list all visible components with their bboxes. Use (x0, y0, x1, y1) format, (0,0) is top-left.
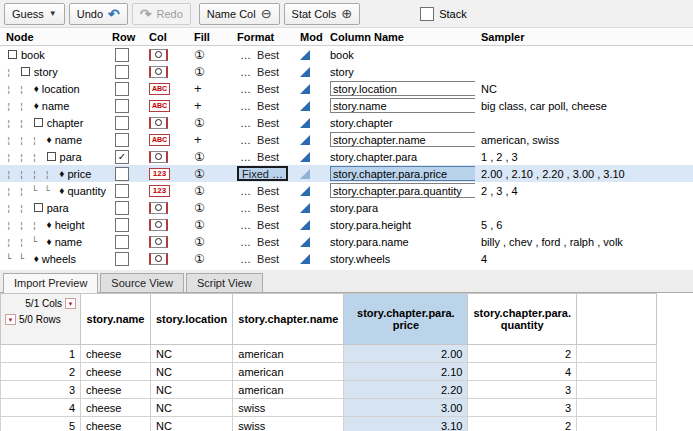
tree-row-story-chapter-para-price[interactable]: ¦ ¦ ¦ ¦ ♦price123①Fixed …2.00 , 2.10 , 2… (0, 165, 693, 182)
row-number[interactable]: 5 (1, 417, 81, 431)
mod-flag-icon[interactable] (300, 50, 310, 60)
numeric-type-icon[interactable]: 123 (149, 168, 170, 180)
tree-row-story-location[interactable]: ¦ ¦ ♦locationABC+… BestNC (0, 80, 693, 97)
column-name-input[interactable] (330, 183, 475, 198)
row-checkbox[interactable]: ✓ (115, 150, 129, 164)
tree-row-story-para-name[interactable]: ¦ ¦ └ ♦name①… Beststory.para.namebilly ,… (0, 233, 693, 250)
container-node-icon[interactable] (8, 50, 17, 59)
fill-once-icon[interactable]: ① (194, 66, 205, 78)
fill-once-icon[interactable]: ① (194, 219, 205, 231)
exclude-column-icon[interactable] (149, 253, 168, 265)
character-type-icon[interactable]: ABC (149, 134, 170, 146)
fill-once-icon[interactable]: ① (194, 236, 205, 248)
preview-col-header-story-name[interactable]: story.name (81, 294, 151, 345)
mod-flag-icon[interactable] (300, 169, 310, 179)
tree-row-story-chapter-name[interactable]: ¦ ¦ ¦ ♦nameABC+… Bestamerican, swiss (0, 131, 693, 148)
stack-checkbox[interactable] (420, 7, 434, 21)
row-checkbox[interactable] (115, 201, 129, 215)
exclude-column-icon[interactable] (149, 66, 168, 78)
row-number[interactable]: 4 (1, 399, 81, 417)
mod-flag-icon[interactable] (300, 118, 310, 128)
format-button[interactable]: … Best (237, 133, 282, 146)
name-col-button[interactable]: Name Col ⊖ (199, 3, 280, 25)
format-button[interactable]: … Best (237, 116, 282, 129)
row-checkbox[interactable] (115, 252, 129, 266)
tree-row-story[interactable]: ¦ story①… Beststory (0, 63, 693, 80)
exclude-column-icon[interactable] (149, 202, 168, 214)
node-cell[interactable]: ¦ ¦ ¦ ¦ ♦price (0, 168, 106, 180)
preview-col-header-story-chapter-para-quantity[interactable]: story.chapter.para.quantity (468, 294, 577, 345)
tab-source-view[interactable]: Source View (100, 273, 184, 292)
preview-col-header-story-chapter-para-price[interactable]: story.chapter.para.price (344, 294, 468, 345)
undo-button[interactable]: Undo ↶ (69, 3, 128, 25)
column-name-input[interactable] (330, 132, 475, 147)
mod-flag-icon[interactable] (300, 101, 310, 111)
column-name-input[interactable] (330, 81, 475, 96)
tree-row-story-name[interactable]: ¦ ¦ ♦nameABC+… Bestbig class, car poll, … (0, 97, 693, 114)
format-button[interactable]: Fixed … (237, 166, 288, 181)
container-node-icon[interactable] (47, 152, 56, 161)
cols-dropdown-icon[interactable]: ▼ (65, 298, 76, 309)
mod-flag-icon[interactable] (300, 135, 310, 145)
node-cell[interactable]: book (0, 49, 106, 61)
mod-flag-icon[interactable] (300, 67, 310, 77)
container-node-icon[interactable] (21, 67, 30, 76)
tree-row-story-para[interactable]: ¦ ¦ para①… Beststory.para (0, 199, 693, 216)
row-checkbox[interactable] (115, 65, 129, 79)
node-cell[interactable]: ¦ ¦ └ ♦name (0, 236, 106, 248)
exclude-column-icon[interactable] (149, 117, 168, 129)
format-button[interactable]: … Best (237, 201, 282, 214)
rows-dropdown-icon[interactable]: ▼ (5, 314, 16, 325)
format-button[interactable]: … Best (237, 99, 282, 112)
preview-corner[interactable]: 5/1 Cols▼▼5/0 Rows (1, 294, 81, 345)
format-button[interactable]: … Best (237, 252, 282, 265)
preview-col-header-story-chapter-name[interactable]: story.chapter.name (233, 294, 344, 345)
node-cell[interactable]: ¦ ¦ chapter (0, 117, 106, 129)
fill-once-icon[interactable]: ① (194, 117, 205, 129)
row-checkbox[interactable] (115, 116, 129, 130)
character-type-icon[interactable]: ABC (149, 83, 170, 95)
mod-flag-icon[interactable] (300, 220, 310, 230)
node-cell[interactable]: ¦ ¦ para (0, 202, 106, 214)
format-button[interactable]: … Best (237, 235, 282, 248)
tab-import-preview[interactable]: Import Preview (3, 273, 98, 293)
mod-flag-icon[interactable] (300, 254, 310, 264)
fill-repeat-icon[interactable]: + (194, 82, 202, 95)
row-checkbox[interactable] (115, 167, 129, 181)
node-cell[interactable]: ¦ ¦ ¦ ♦name (0, 134, 106, 146)
row-number[interactable]: 2 (1, 363, 81, 381)
row-number[interactable]: 3 (1, 381, 81, 399)
tree-row-book[interactable]: book①… Bestbook (0, 46, 693, 63)
fill-repeat-icon[interactable]: + (194, 133, 202, 146)
exclude-column-icon[interactable] (149, 151, 168, 163)
node-cell[interactable]: └ └ ♦wheels (0, 253, 106, 265)
fill-once-icon[interactable]: ① (194, 185, 205, 197)
node-cell[interactable]: ¦ ¦ ¦ ♦height (0, 219, 106, 231)
column-name-input[interactable] (330, 166, 475, 181)
node-cell[interactable]: ¦ ¦ ♦location (0, 83, 106, 95)
fill-once-icon[interactable]: ① (194, 253, 205, 265)
row-checkbox[interactable] (115, 133, 129, 147)
exclude-column-icon[interactable] (149, 219, 168, 231)
row-checkbox[interactable] (115, 48, 129, 62)
format-button[interactable]: … Best (237, 48, 282, 61)
fill-once-icon[interactable]: ① (194, 202, 205, 214)
tree-row-story-wheels[interactable]: └ └ ♦wheels①… Beststory.wheels4 (0, 250, 693, 267)
format-button[interactable]: … Best (237, 150, 282, 163)
mod-flag-icon[interactable] (300, 84, 310, 94)
mod-flag-icon[interactable] (300, 237, 310, 247)
tree-row-story-chapter-para-quantity[interactable]: ¦ ¦ └ └ ♦quantity123①… Best2 , 3 , 4 (0, 182, 693, 199)
row-checkbox[interactable] (115, 82, 129, 96)
tree-row-story-para-height[interactable]: ¦ ¦ ¦ ♦height①… Beststory.para.height5 ,… (0, 216, 693, 233)
guess-button[interactable]: Guess ▼ (4, 3, 65, 25)
stat-cols-button[interactable]: Stat Cols ⊕ (284, 3, 361, 25)
container-node-icon[interactable] (34, 118, 43, 127)
fill-once-icon[interactable]: ① (194, 49, 205, 61)
preview-col-header-story-location[interactable]: story.location (151, 294, 233, 345)
tree-row-story-chapter[interactable]: ¦ ¦ chapter①… Beststory.chapter (0, 114, 693, 131)
row-number[interactable]: 1 (1, 345, 81, 363)
redo-button[interactable]: ↷ Redo (132, 3, 191, 25)
mod-flag-icon[interactable] (300, 152, 310, 162)
node-cell[interactable]: ¦ ¦ └ └ ♦quantity (0, 185, 106, 197)
column-name-input[interactable] (330, 98, 475, 113)
